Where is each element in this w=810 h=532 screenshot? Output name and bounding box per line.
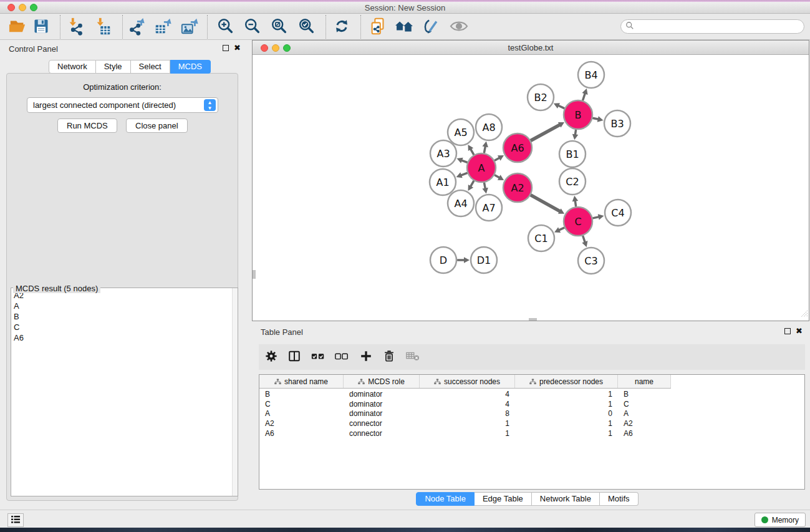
network-canvas[interactable]: AA1A2A3A4A5A6A7A8BB1B2B3B4CC1C2C3C4DD1 — [253, 55, 809, 321]
table-cell[interactable]: 1 — [515, 390, 618, 399]
export-network-button[interactable] — [126, 17, 147, 37]
tab-select[interactable]: Select — [131, 60, 170, 74]
table-cell[interactable]: dominator — [344, 409, 420, 418]
edge-B-B2[interactable] — [559, 106, 564, 109]
edge-A-A3[interactable] — [462, 160, 467, 162]
zoom-fit-button[interactable] — [269, 17, 290, 37]
edge-A-A5[interactable] — [471, 150, 473, 155]
table-cell[interactable]: 4 — [420, 390, 515, 399]
result-item[interactable]: B — [12, 311, 231, 322]
export-table-button[interactable] — [152, 17, 173, 37]
table-row[interactable]: A2connector11A2 — [259, 418, 804, 428]
column-header-successor-nodes[interactable]: successor nodes — [420, 375, 515, 388]
edge-B-B3[interactable] — [593, 118, 597, 119]
table-row[interactable]: Cdominator41C — [259, 399, 804, 409]
table-cell[interactable]: C — [259, 400, 344, 409]
search-input[interactable] — [634, 21, 804, 32]
tab-edge-table[interactable]: Edge Table — [475, 492, 532, 506]
close-panel-button[interactable]: Close panel — [126, 118, 188, 133]
criterion-dropdown[interactable]: largest connected component (directed) ▲… — [27, 97, 218, 113]
home-button[interactable] — [393, 17, 415, 37]
edge-A-A4[interactable] — [471, 181, 473, 186]
edge-C-C3[interactable] — [583, 236, 585, 242]
search-field[interactable] — [620, 19, 804, 34]
tab-node-table[interactable]: Node Table — [416, 492, 475, 506]
show-columns-button[interactable] — [284, 347, 304, 367]
import-table-button[interactable] — [92, 17, 113, 37]
tab-style[interactable]: Style — [96, 60, 131, 74]
open-session-button[interactable] — [7, 17, 28, 37]
table-cell[interactable]: A6 — [259, 429, 344, 438]
resize-grip-icon[interactable] — [799, 309, 808, 320]
edge-A-A2[interactable] — [495, 175, 499, 177]
delete-column-button[interactable] — [379, 347, 399, 367]
table-settings-button[interactable] — [261, 347, 281, 367]
memory-status-button[interactable]: Memory — [755, 513, 806, 527]
table-cell[interactable]: connector — [344, 419, 420, 428]
network-minimize-button[interactable] — [272, 44, 279, 52]
table-cell[interactable]: 4 — [420, 400, 515, 409]
close-panel-icon[interactable]: ✖ — [234, 45, 241, 51]
minimize-window-button[interactable] — [19, 4, 26, 11]
table-row[interactable]: Adominator80A — [259, 409, 804, 419]
table-cell[interactable]: A — [618, 409, 671, 418]
edge-C-C1[interactable] — [559, 228, 564, 230]
result-item[interactable]: A — [12, 301, 231, 311]
deselect-all-button[interactable] — [332, 347, 352, 367]
table-cell[interactable]: 0 — [515, 409, 618, 418]
table-cell[interactable]: B — [618, 390, 671, 399]
horizontal-scroll-thumb[interactable] — [529, 318, 537, 321]
edge-A6-B[interactable] — [531, 125, 559, 140]
table-cell[interactable]: A — [259, 409, 344, 418]
maximize-window-button[interactable] — [30, 4, 37, 11]
table-row[interactable]: A6connector11A6 — [259, 428, 804, 438]
network-window-titlebar[interactable]: testGlobe.txt — [253, 41, 809, 55]
result-scrollbar[interactable] — [232, 288, 238, 496]
close-table-panel-icon[interactable]: ✖ — [796, 328, 803, 334]
save-session-button[interactable] — [31, 17, 52, 37]
zoom-selected-button[interactable] — [296, 17, 317, 37]
table-cell[interactable]: 1 — [515, 419, 618, 428]
add-column-button[interactable] — [356, 347, 376, 367]
table-cell[interactable]: 1 — [420, 429, 515, 438]
table-cell[interactable]: B — [259, 390, 344, 399]
network-close-button[interactable] — [261, 44, 268, 52]
float-table-panel-icon[interactable] — [784, 328, 791, 334]
edge-A-A1[interactable] — [461, 173, 467, 175]
edge-C-C4[interactable] — [593, 217, 598, 218]
toggle-graphics-details-button[interactable] — [420, 17, 441, 37]
close-window-button[interactable] — [7, 4, 15, 11]
delete-table-button[interactable] — [403, 347, 423, 367]
edge-C-C2[interactable] — [575, 201, 576, 206]
table-cell[interactable]: connector — [344, 429, 420, 438]
network-window-controls[interactable] — [261, 44, 291, 52]
float-panel-icon[interactable] — [223, 45, 229, 51]
refresh-view-button[interactable] — [331, 17, 352, 37]
edge-A-A8[interactable] — [485, 147, 486, 152]
column-header-mcds-role[interactable]: MCDS role — [344, 375, 420, 388]
edge-A-A7[interactable] — [485, 183, 485, 188]
table-cell[interactable]: 1 — [515, 429, 618, 438]
edge-B-B4[interactable] — [583, 94, 585, 100]
table-cell[interactable]: 1 — [420, 419, 515, 428]
result-item[interactable]: A6 — [12, 332, 231, 343]
table-cell[interactable]: A2 — [618, 419, 671, 428]
app-window-controls[interactable] — [7, 4, 37, 11]
show-hide-view-button[interactable] — [448, 17, 470, 37]
table-cell[interactable]: 1 — [515, 400, 618, 409]
table-cell[interactable]: dominator — [344, 390, 420, 399]
network-maximize-button[interactable] — [283, 44, 291, 52]
edge-B-B1[interactable] — [576, 130, 576, 135]
task-history-button[interactable] — [7, 513, 24, 527]
column-header-shared-name[interactable]: shared name — [259, 375, 344, 388]
table-cell[interactable]: A6 — [618, 429, 671, 438]
column-header-predecessor-nodes[interactable]: predecessor nodes — [515, 375, 618, 388]
tab-network-table[interactable]: Network Table — [532, 492, 600, 506]
run-mcds-button[interactable]: Run MCDS — [57, 118, 117, 133]
result-item[interactable]: C — [12, 322, 231, 332]
export-image-button[interactable] — [179, 17, 200, 37]
table-cell[interactable]: A2 — [259, 419, 344, 428]
edge-A2-C[interactable] — [531, 195, 559, 211]
import-network-button[interactable] — [65, 17, 86, 37]
clone-network-button[interactable] — [367, 17, 388, 37]
